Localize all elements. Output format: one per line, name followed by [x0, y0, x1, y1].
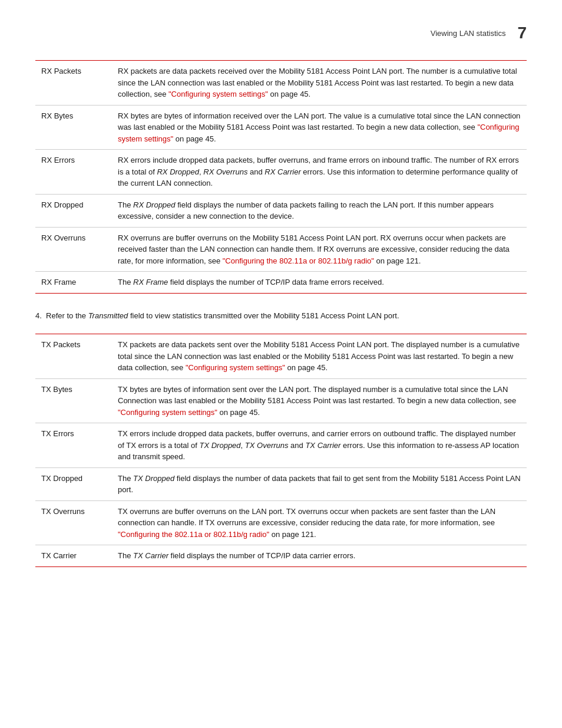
table-row: RX BytesRX bytes are bytes of informatio…	[35, 105, 527, 150]
rx-table-section: RX PacketsRX packets are data packets re…	[35, 60, 527, 294]
desc-text: on page 45.	[285, 363, 328, 372]
italic-text: TX Dropped	[133, 474, 174, 483]
desc-text: The	[118, 551, 133, 560]
row-label: RX Bytes	[35, 105, 112, 150]
table-row: TX OverrunsTX overruns are buffer overru…	[35, 500, 527, 545]
link[interactable]: "Configuring system settings"	[168, 90, 268, 98]
italic-text: TX Dropped	[199, 441, 240, 450]
desc-text: on page 121.	[269, 530, 316, 539]
table-row: TX DroppedThe TX Dropped field displays …	[35, 467, 527, 500]
row-description: RX bytes are bytes of information receiv…	[112, 105, 527, 150]
row-label: RX Frame	[35, 272, 112, 294]
italic-text: RX Dropped	[157, 167, 199, 176]
table-row: RX DroppedThe RX Dropped field displays …	[35, 194, 527, 227]
row-description: TX overruns are buffer overruns on the L…	[112, 500, 527, 545]
desc-text: The	[118, 200, 133, 209]
italic-text: RX Frame	[133, 278, 168, 286]
row-description: The RX Frame field displays the number o…	[112, 272, 527, 294]
table-row: RX ErrorsRX errors include dropped data …	[35, 150, 527, 195]
italic-text: RX Dropped	[133, 200, 176, 209]
row-label: RX Errors	[35, 150, 112, 195]
row-description: RX overruns are buffer overruns on the M…	[112, 227, 527, 272]
desc-text: on page 45.	[268, 90, 310, 98]
step-italic: Transmitted	[88, 311, 128, 320]
desc-text: and	[247, 167, 265, 176]
desc-text: and	[289, 441, 306, 450]
row-label: TX Dropped	[35, 467, 112, 500]
italic-text: TX Carrier	[133, 551, 168, 560]
row-description: TX packets are data packets sent over th…	[112, 334, 527, 379]
italic-text: RX Carrier	[265, 167, 300, 176]
tx-table-section: TX PacketsTX packets are data packets se…	[35, 334, 527, 567]
header-page-number: 7	[517, 24, 527, 42]
row-description: The TX Dropped field displays the number…	[112, 467, 527, 500]
row-label: TX Packets	[35, 334, 112, 379]
desc-text: The	[118, 278, 133, 286]
row-label: RX Packets	[35, 61, 112, 106]
link[interactable]: "Configuring the 802.11a or 802.11b/g ra…	[223, 256, 374, 265]
table-row: TX BytesTX bytes are bytes of informatio…	[35, 378, 527, 423]
link[interactable]: "Configuring system settings"	[186, 363, 285, 372]
tx-table: TX PacketsTX packets are data packets se…	[35, 334, 527, 567]
row-description: The TX Carrier field displays the number…	[112, 545, 527, 567]
desc-text: on page 45.	[173, 134, 216, 143]
link[interactable]: "Configuring system settings"	[118, 408, 217, 417]
step-number: 4.	[35, 311, 42, 320]
table-row: RX FrameThe RX Frame field displays the …	[35, 272, 527, 294]
table-row: RX OverrunsRX overruns are buffer overru…	[35, 227, 527, 272]
row-label: TX Carrier	[35, 545, 112, 567]
desc-text: ,	[241, 441, 245, 450]
row-label: TX Overruns	[35, 500, 112, 545]
desc-text: field displays the number of TCP/IP data…	[168, 278, 384, 286]
table-row: TX ErrorsTX errors include dropped data …	[35, 423, 527, 468]
desc-text: TX bytes are bytes of information sent o…	[118, 385, 516, 406]
desc-text: on page 121.	[374, 256, 421, 265]
rx-table: RX PacketsRX packets are data packets re…	[35, 60, 527, 294]
desc-text: RX bytes are bytes of information receiv…	[118, 111, 520, 132]
row-label: RX Overruns	[35, 227, 112, 272]
row-description: TX bytes are bytes of information sent o…	[112, 378, 527, 423]
step-4-paragraph: 4. Refer to the Transmitted field to vie…	[35, 310, 527, 322]
italic-text: RX Overruns	[203, 167, 247, 176]
row-description: RX errors include dropped data packets, …	[112, 150, 527, 195]
step-text: Refer to the Transmitted field to view s…	[46, 311, 399, 320]
table-row: TX PacketsTX packets are data packets se…	[35, 334, 527, 379]
header-title: Viewing LAN statistics	[431, 29, 506, 38]
row-description: TX errors include dropped data packets, …	[112, 423, 527, 468]
row-label: TX Bytes	[35, 378, 112, 423]
page-header: Viewing LAN statistics 7	[35, 24, 527, 42]
desc-text: field displays the number of data packet…	[118, 474, 521, 495]
row-label: RX Dropped	[35, 194, 112, 227]
desc-text: field displays the number of TCP/IP data…	[168, 551, 355, 560]
row-label: TX Errors	[35, 423, 112, 468]
italic-text: TX Overruns	[245, 441, 289, 450]
desc-text: The	[118, 474, 133, 483]
italic-text: TX Carrier	[305, 441, 340, 450]
desc-text: on page 45.	[217, 408, 260, 417]
row-description: RX packets are data packets received ove…	[112, 61, 527, 106]
table-row: TX CarrierThe TX Carrier field displays …	[35, 545, 527, 567]
table-row: RX PacketsRX packets are data packets re…	[35, 61, 527, 106]
desc-text: TX overruns are buffer overruns on the L…	[118, 507, 495, 528]
link[interactable]: "Configuring the 802.11a or 802.11b/g ra…	[118, 530, 269, 539]
page-container: Viewing LAN statistics 7 RX PacketsRX pa…	[0, 0, 562, 728]
row-description: The RX Dropped field displays the number…	[112, 194, 527, 227]
